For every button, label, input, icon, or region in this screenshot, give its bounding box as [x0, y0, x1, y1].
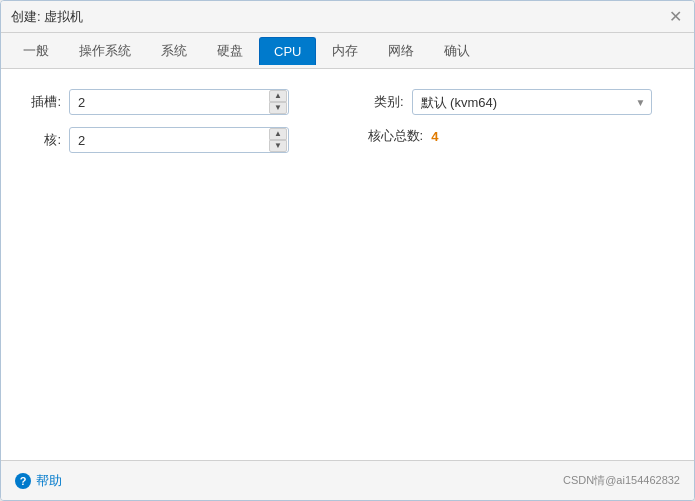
help-button[interactable]: ? 帮助 — [15, 472, 62, 490]
slots-down-button[interactable]: ▼ — [269, 102, 287, 114]
form-section: 插槽: ▲ ▼ 核: ▲ — [25, 89, 670, 153]
form-right: 类别: 默认 (kvm64) host qemu64 ▼ 核心总数: 4 — [368, 89, 671, 153]
slots-up-button[interactable]: ▲ — [269, 90, 287, 102]
slots-label: 插槽: — [25, 93, 61, 111]
cores-up-button[interactable]: ▲ — [269, 128, 287, 140]
footer: ? 帮助 CSDN情@ai154462832 — [1, 460, 694, 500]
type-row: 类别: 默认 (kvm64) host qemu64 ▼ — [368, 89, 671, 115]
type-label: 类别: — [368, 93, 404, 111]
slots-row: 插槽: ▲ ▼ — [25, 89, 328, 115]
total-cores-row: 核心总数: 4 — [368, 127, 671, 145]
total-cores-label: 核心总数: — [368, 127, 424, 145]
cores-spinner: ▲ ▼ — [269, 128, 287, 152]
tab-disk[interactable]: 硬盘 — [203, 36, 257, 66]
cores-row: 核: ▲ ▼ — [25, 127, 328, 153]
watermark: CSDN情@ai154462832 — [563, 473, 680, 488]
tab-confirm[interactable]: 确认 — [430, 36, 484, 66]
tab-general[interactable]: 一般 — [9, 36, 63, 66]
slots-spinner: ▲ ▼ — [269, 90, 287, 114]
cores-input[interactable] — [69, 127, 289, 153]
help-label: 帮助 — [36, 472, 62, 490]
tab-bar: 一般 操作系统 系统 硬盘 CPU 内存 网络 确认 — [1, 33, 694, 69]
title-bar: 创建: 虚拟机 ✕ — [1, 1, 694, 33]
form-left: 插槽: ▲ ▼ 核: ▲ — [25, 89, 328, 153]
close-button[interactable]: ✕ — [666, 8, 684, 26]
cores-input-wrap: ▲ ▼ — [69, 127, 289, 153]
total-cores-value: 4 — [431, 129, 438, 144]
cores-label: 核: — [25, 131, 61, 149]
cores-down-button[interactable]: ▼ — [269, 140, 287, 152]
window-title: 创建: 虚拟机 — [11, 8, 83, 26]
type-select[interactable]: 默认 (kvm64) host qemu64 — [412, 89, 652, 115]
tab-system[interactable]: 系统 — [147, 36, 201, 66]
type-select-wrap: 默认 (kvm64) host qemu64 ▼ — [412, 89, 652, 115]
tab-network[interactable]: 网络 — [374, 36, 428, 66]
slots-input[interactable] — [69, 89, 289, 115]
main-window: 创建: 虚拟机 ✕ 一般 操作系统 系统 硬盘 CPU 内存 网络 确认 插槽:… — [0, 0, 695, 501]
tab-os[interactable]: 操作系统 — [65, 36, 145, 66]
help-icon: ? — [15, 473, 31, 489]
content-area: 插槽: ▲ ▼ 核: ▲ — [1, 69, 694, 460]
tab-memory[interactable]: 内存 — [318, 36, 372, 66]
tab-cpu[interactable]: CPU — [259, 37, 316, 65]
slots-input-wrap: ▲ ▼ — [69, 89, 289, 115]
